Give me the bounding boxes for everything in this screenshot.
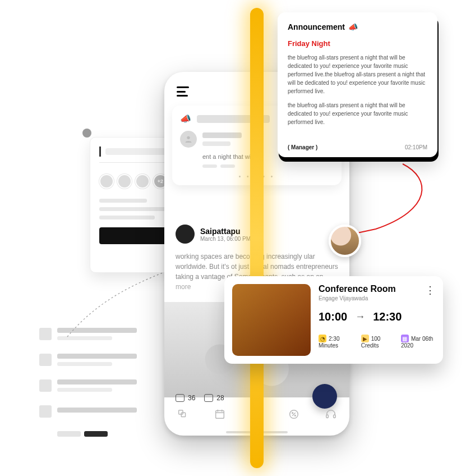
booking-thumbnail: [232, 284, 311, 356]
booking-title: Conference Room: [319, 284, 435, 294]
stage: +2 › 📣 ts ent a night that w: [0, 0, 475, 476]
placeholder-text-stack: [202, 132, 242, 146]
user-avatar-bubble[interactable]: [329, 225, 361, 257]
svg-rect-8: [334, 415, 336, 418]
megaphone-icon: 📣: [180, 113, 191, 124]
booking-start-time: 10:00: [319, 310, 347, 323]
svg-rect-7: [326, 415, 329, 418]
arrow-right-icon: →: [355, 311, 365, 323]
nav-feed-icon[interactable]: [177, 408, 189, 420]
announcement-time: 02:10PM: [405, 144, 427, 150]
svg-rect-2: [181, 413, 185, 417]
svg-point-0: [187, 136, 190, 139]
announcement-body: the bluefrog all-stars present a night t…: [288, 53, 427, 95]
avatar-placeholder: [39, 354, 52, 366]
avatar-placeholder: [117, 174, 132, 189]
wireframe-list: [39, 328, 157, 437]
list-item[interactable]: [39, 405, 157, 418]
avatar-placeholder: [135, 174, 150, 189]
nav-calendar-icon[interactable]: [214, 408, 226, 420]
booking-more-icon[interactable]: ⋮: [425, 284, 435, 296]
read-more-link[interactable]: more: [176, 283, 191, 291]
avatar-placeholder: [39, 405, 52, 418]
announcement-header: Announcement: [288, 22, 345, 31]
clock-icon: ◔: [319, 335, 326, 342]
list-pills: [57, 431, 157, 437]
svg-rect-3: [216, 411, 224, 419]
announcement-body: the bluefrog all-stars present a night t…: [288, 101, 427, 126]
list-item[interactable]: [39, 379, 157, 392]
calendar-icon: ▦: [401, 335, 409, 342]
announcement-title: Friday Night: [288, 39, 427, 48]
pill-placeholder: [57, 431, 81, 437]
avatar-placeholder: [180, 131, 197, 148]
booking-duration: ◔2:30 Minutes: [319, 335, 350, 349]
post-author[interactable]: Saipattapu: [200, 227, 251, 236]
booking-subtitle: Engage Vijayawada: [319, 295, 435, 301]
avatar-placeholder: [39, 328, 52, 340]
decorative-vertical-bar: [250, 8, 264, 468]
post-avatar[interactable]: [176, 225, 195, 244]
nav-support-icon[interactable]: [325, 408, 337, 420]
booking-card[interactable]: ⋮ Conference Room Engage Vijayawada 10:0…: [224, 276, 443, 364]
booking-date: ▦Mar 06th 2020: [401, 335, 435, 349]
avatar-placeholder: [99, 174, 114, 189]
booking-end-time: 12:30: [373, 310, 402, 323]
post-timestamp: March 13, 06:00 PM: [200, 236, 251, 242]
booking-times: 10:00 → 12:30: [319, 310, 435, 323]
hamburger-menu-icon[interactable]: [177, 86, 190, 97]
nav-deals-icon[interactable]: [288, 408, 300, 420]
dashed-connector: [62, 269, 168, 342]
svg-point-5: [292, 413, 293, 414]
credits-icon: ▶: [361, 335, 369, 342]
avatar-placeholder: [39, 379, 52, 392]
svg-rect-1: [179, 410, 183, 414]
list-item[interactable]: [39, 354, 157, 366]
decorative-dot: [82, 129, 91, 138]
megaphone-icon: 📣: [348, 22, 358, 31]
svg-point-6: [294, 415, 296, 416]
text-caret: [99, 147, 101, 157]
announcement-card[interactable]: Announcement 📣 Friday Night the bluefrog…: [278, 12, 437, 157]
pill-placeholder-dark: [84, 431, 108, 437]
booking-credits: ▶100 Credits: [361, 335, 390, 349]
announcement-role: ( Manager ): [288, 144, 317, 150]
placeholder-mini-bars: [202, 164, 334, 168]
